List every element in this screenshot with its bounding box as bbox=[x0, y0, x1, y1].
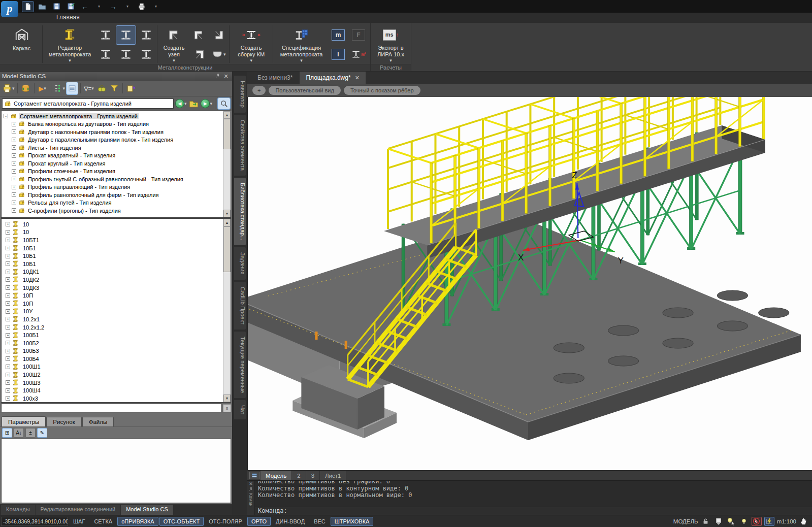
profile-item[interactable]: + 10ДК2 bbox=[2, 276, 231, 284]
export-lira-button[interactable]: ms↑ Экспорт в ЛИРА 10.x bbox=[373, 24, 409, 63]
view-pill-button[interactable]: + bbox=[252, 86, 266, 95]
status-toggle[interactable]: ОТС-ОБЪЕКТ bbox=[159, 517, 204, 526]
view-pill-button[interactable]: Точный с показом рёбер bbox=[344, 86, 420, 95]
profile-item[interactable]: + 10БТ1 bbox=[2, 236, 231, 244]
side-tab[interactable]: Свойства элемента bbox=[234, 115, 246, 176]
profile-item[interactable]: + 10.2x1 bbox=[2, 315, 231, 323]
expander-icon[interactable]: + bbox=[6, 222, 10, 226]
status-toggle[interactable]: ОТС-ПОЛЯР bbox=[205, 517, 246, 526]
drawing-canvas[interactable]: XYZ bbox=[247, 97, 812, 470]
sheet-tab[interactable]: 3 bbox=[306, 471, 320, 480]
panel-tab[interactable]: Файлы bbox=[82, 417, 114, 426]
profile-item[interactable]: + 100Ш2 bbox=[2, 371, 231, 379]
pan-hand-icon[interactable] bbox=[799, 517, 809, 526]
expander-icon[interactable]: + bbox=[12, 177, 16, 181]
side-tab[interactable]: Навигатор bbox=[234, 76, 246, 113]
create-km-assembly-button[interactable]: »« Создать сборку КМ bbox=[231, 24, 272, 63]
expander-icon[interactable]: + bbox=[6, 261, 10, 266]
spec-tool-m2[interactable]: м² bbox=[349, 45, 368, 63]
app-logo-icon[interactable]: p bbox=[1, 1, 18, 17]
dock-tab[interactable]: Команды bbox=[1, 505, 35, 515]
dock-tab[interactable]: Редактирование соединений bbox=[36, 505, 121, 515]
nav-back-button[interactable]: ◀ bbox=[175, 97, 187, 110]
tree-item[interactable]: + Профиль равнополочный для ферм - Тип и… bbox=[2, 191, 231, 199]
expander-icon[interactable]: + bbox=[6, 325, 10, 330]
lock-icon[interactable] bbox=[701, 517, 711, 526]
expander-icon[interactable]: + bbox=[6, 341, 10, 345]
expander-icon[interactable]: + bbox=[6, 396, 10, 401]
new-file-button[interactable] bbox=[22, 2, 34, 12]
expander-icon[interactable]: + bbox=[6, 246, 10, 250]
pin-icon[interactable] bbox=[248, 487, 253, 492]
node-tool-3[interactable] bbox=[209, 26, 228, 44]
profile-item[interactable]: + 10ДК1 bbox=[2, 268, 231, 276]
spec-tool-m[interactable]: m bbox=[329, 26, 348, 44]
expander-icon[interactable]: + bbox=[6, 349, 10, 353]
expander-icon[interactable]: + bbox=[6, 230, 10, 235]
expander-icon[interactable]: - bbox=[4, 114, 8, 118]
expander-icon[interactable]: + bbox=[12, 201, 16, 205]
redo-button[interactable]: → bbox=[108, 2, 119, 12]
close-icon[interactable]: ✕ bbox=[249, 481, 253, 487]
tree-item[interactable]: + Прокат квадратный - Тип изделия bbox=[2, 152, 231, 160]
karkas-button[interactable]: Каркас bbox=[2, 24, 41, 63]
status-toggle[interactable]: ОРТО bbox=[247, 517, 271, 526]
expander-icon[interactable]: + bbox=[6, 365, 10, 369]
layout-preview-icon[interactable] bbox=[249, 472, 259, 479]
profile-item[interactable]: + 10.2x1.2 bbox=[2, 323, 231, 332]
expander-icon[interactable]: + bbox=[12, 192, 16, 197]
profile-item[interactable]: + 100Ш1 bbox=[2, 363, 231, 371]
expander-icon[interactable]: + bbox=[6, 277, 10, 282]
expander-icon[interactable]: + bbox=[6, 373, 10, 377]
expander-icon[interactable]: + bbox=[6, 270, 10, 274]
panel-database-button[interactable] bbox=[20, 82, 31, 94]
profile-item[interactable]: + 10У bbox=[2, 308, 231, 316]
tree-item[interactable]: + Двутавр с наклонными гранями полок - Т… bbox=[2, 128, 231, 136]
dynamic-ucs-icon[interactable] bbox=[764, 517, 774, 526]
profile-item[interactable]: + 100Б3 bbox=[2, 347, 231, 355]
model-space-label[interactable]: МОДЕЛЬ bbox=[673, 518, 698, 524]
command-prompt[interactable]: Команда: bbox=[255, 507, 812, 515]
document-tab[interactable]: Площадка.dwg*✕ bbox=[300, 72, 365, 84]
status-toggle[interactable]: оПРИВЯЗКА bbox=[117, 517, 158, 526]
expander-icon[interactable]: + bbox=[12, 153, 16, 158]
expander-icon[interactable]: + bbox=[12, 161, 16, 166]
panel-close-button[interactable]: ✕ bbox=[222, 73, 230, 80]
expander-icon[interactable]: + bbox=[6, 301, 10, 306]
scroll-up-icon[interactable]: ▲ bbox=[223, 219, 231, 226]
expander-icon[interactable]: + bbox=[6, 388, 10, 393]
view-pill-button[interactable]: Пользовательский вид bbox=[269, 86, 340, 95]
filter-input[interactable] bbox=[1, 404, 222, 412]
selection-cycling-off-icon[interactable] bbox=[752, 517, 762, 526]
scroll-down-icon[interactable]: ▼ bbox=[223, 394, 231, 402]
expander-icon[interactable]: + bbox=[12, 145, 16, 150]
tree-item[interactable]: - Сортамент металлопроката - Группа изде… bbox=[2, 112, 231, 120]
beam-tool-1[interactable] bbox=[96, 26, 115, 44]
status-toggle[interactable]: ШАГ bbox=[69, 517, 89, 526]
panel-tab[interactable]: Рисунок bbox=[46, 417, 81, 426]
expander-icon[interactable]: + bbox=[6, 317, 10, 321]
beam-tool-6[interactable] bbox=[137, 45, 156, 63]
document-tab[interactable]: Без имени3*✕ bbox=[251, 72, 299, 84]
profile-item[interactable]: + 10Б1 bbox=[2, 252, 231, 260]
ribbon-tab[interactable]: Главная bbox=[51, 13, 142, 21]
profile-item[interactable]: + 10Б1 bbox=[2, 260, 231, 268]
profile-item[interactable]: + 100x3 bbox=[2, 394, 231, 403]
profile-item[interactable]: + 10Б1 bbox=[2, 244, 231, 252]
side-tab[interactable]: Чат bbox=[234, 400, 246, 419]
sheet-tab[interactable]: Модель bbox=[261, 471, 292, 480]
open-file-button[interactable] bbox=[37, 2, 48, 12]
tree-scrollbar[interactable]: ▲ ▼ bbox=[223, 111, 231, 217]
expander-icon[interactable]: + bbox=[12, 169, 16, 174]
side-tab[interactable]: Библиотека стандар... bbox=[234, 178, 246, 245]
spec-tool-i[interactable]: I bbox=[329, 45, 348, 63]
beam-tool-5[interactable] bbox=[116, 45, 136, 63]
filter-clear-button[interactable]: x bbox=[223, 404, 231, 412]
tree-item[interactable]: + Профиль направляющий - Тип изделия bbox=[2, 183, 231, 191]
profile-item[interactable]: + 10П bbox=[2, 300, 231, 308]
beam-tool-4[interactable] bbox=[96, 45, 115, 63]
list-scrollbar[interactable]: ▲ ▼ bbox=[223, 219, 231, 402]
node-tool-1[interactable] bbox=[189, 26, 209, 44]
status-toggle[interactable]: СЕТКА bbox=[90, 517, 116, 526]
save-button[interactable] bbox=[51, 2, 62, 12]
